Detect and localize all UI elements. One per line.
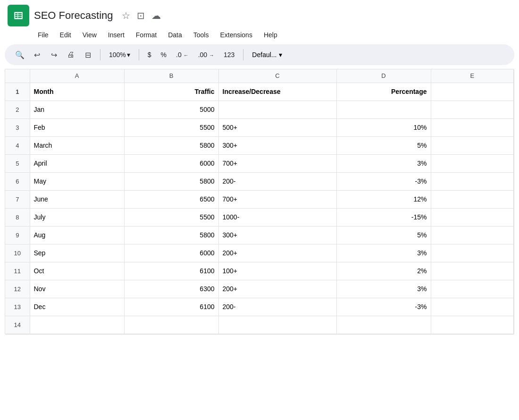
row-num-6[interactable]: 6 [5, 172, 30, 190]
cell-B11[interactable]: 6100 [124, 262, 218, 280]
cell-A13[interactable]: Dec [30, 298, 124, 316]
row-num-14[interactable]: 14 [5, 316, 30, 334]
cell-A4[interactable]: March [30, 136, 124, 154]
menu-help[interactable]: Help [259, 29, 282, 41]
menu-tools[interactable]: Tools [189, 29, 214, 41]
col-header-B[interactable]: B [124, 69, 218, 83]
cell-D9[interactable]: 5% [336, 226, 431, 244]
undo-button[interactable]: ↩ [29, 47, 44, 62]
cell-C10[interactable]: 200+ [218, 244, 336, 262]
col-header-C[interactable]: C [218, 69, 336, 83]
menu-file[interactable]: File [33, 29, 53, 41]
menu-format[interactable]: Format [131, 29, 161, 41]
cell-B9[interactable]: 5800 [124, 226, 218, 244]
cell-D13[interactable]: -3% [336, 298, 431, 316]
cell-A8[interactable]: July [30, 208, 124, 226]
decimal-increase-button[interactable]: .00 → [194, 49, 218, 60]
cell-E6[interactable] [431, 172, 514, 190]
cell-E3[interactable] [431, 118, 514, 136]
print-button[interactable]: 🖨 [63, 47, 78, 62]
cloud-icon[interactable]: ☁ [151, 10, 161, 21]
decimal-decrease-button[interactable]: .0 ← [172, 49, 193, 60]
cell-B1[interactable]: Traffic [124, 83, 218, 101]
cell-B2[interactable]: 5000 [124, 101, 218, 118]
cell-A2[interactable]: Jan [30, 101, 124, 118]
row-num-9[interactable]: 9 [5, 226, 30, 244]
menu-data[interactable]: Data [163, 29, 187, 41]
row-num-5[interactable]: 5 [5, 154, 30, 172]
cell-C6[interactable]: 200- [218, 172, 336, 190]
percent-button[interactable]: % [157, 49, 170, 60]
cell-C5[interactable]: 700+ [218, 154, 336, 172]
currency-button[interactable]: $ [144, 49, 155, 60]
cell-C11[interactable]: 100+ [218, 262, 336, 280]
cell-A10[interactable]: Sep [30, 244, 124, 262]
menu-insert[interactable]: Insert [103, 29, 129, 41]
cell-E9[interactable] [431, 226, 514, 244]
cell-E12[interactable] [431, 280, 514, 298]
cell-C13[interactable]: 200- [218, 298, 336, 316]
cell-A11[interactable]: Oct [30, 262, 124, 280]
cell-B7[interactable]: 6500 [124, 190, 218, 208]
cell-C7[interactable]: 700+ [218, 190, 336, 208]
cell-D10[interactable]: 3% [336, 244, 431, 262]
cell-E8[interactable] [431, 208, 514, 226]
redo-button[interactable]: ↪ [46, 47, 61, 62]
cell-A3[interactable]: Feb [30, 118, 124, 136]
cell-D1[interactable]: Percentage [336, 83, 431, 101]
cell-E11[interactable] [431, 262, 514, 280]
row-num-11[interactable]: 11 [5, 262, 30, 280]
search-button[interactable]: 🔍 [12, 47, 27, 62]
cell-B6[interactable]: 5800 [124, 172, 218, 190]
cell-D4[interactable]: 5% [336, 136, 431, 154]
cell-E14[interactable] [431, 316, 514, 334]
menu-view[interactable]: View [78, 29, 101, 41]
cell-C8[interactable]: 1000- [218, 208, 336, 226]
cell-E4[interactable] [431, 136, 514, 154]
cell-C3[interactable]: 500+ [218, 118, 336, 136]
cell-B3[interactable]: 5500 [124, 118, 218, 136]
cell-C2[interactable] [218, 101, 336, 118]
row-num-10[interactable]: 10 [5, 244, 30, 262]
cell-B13[interactable]: 6100 [124, 298, 218, 316]
cell-C4[interactable]: 300+ [218, 136, 336, 154]
row-num-8[interactable]: 8 [5, 208, 30, 226]
cell-C9[interactable]: 300+ [218, 226, 336, 244]
cell-D6[interactable]: -3% [336, 172, 431, 190]
row-num-7[interactable]: 7 [5, 190, 30, 208]
cell-D7[interactable]: 12% [336, 190, 431, 208]
cell-A12[interactable]: Nov [30, 280, 124, 298]
star-icon[interactable]: ☆ [122, 10, 130, 21]
row-num-2[interactable]: 2 [5, 101, 30, 118]
cell-A6[interactable]: May [30, 172, 124, 190]
zoom-selector[interactable]: 100% ▾ [105, 49, 134, 60]
cell-D5[interactable]: 3% [336, 154, 431, 172]
cell-D3[interactable]: 10% [336, 118, 431, 136]
menu-extensions[interactable]: Extensions [215, 29, 257, 41]
cell-E5[interactable] [431, 154, 514, 172]
cell-D14[interactable] [336, 316, 431, 334]
cell-E7[interactable] [431, 190, 514, 208]
cell-B8[interactable]: 5500 [124, 208, 218, 226]
cell-C1[interactable]: Increase/Decrease [218, 83, 336, 101]
col-header-E[interactable]: E [431, 69, 514, 83]
cell-E1[interactable] [431, 83, 514, 101]
col-header-A[interactable]: A [30, 69, 124, 83]
col-header-D[interactable]: D [336, 69, 431, 83]
paint-format-button[interactable]: ⊟ [80, 47, 95, 62]
cell-E2[interactable] [431, 101, 514, 118]
font-family-selector[interactable]: Defaul... ▾ [248, 49, 285, 60]
cell-A9[interactable]: Aug [30, 226, 124, 244]
cell-B4[interactable]: 5800 [124, 136, 218, 154]
cell-A7[interactable]: June [30, 190, 124, 208]
cell-D12[interactable]: 3% [336, 280, 431, 298]
cell-D2[interactable] [336, 101, 431, 118]
cell-D8[interactable]: -15% [336, 208, 431, 226]
cell-A14[interactable] [30, 316, 124, 334]
cell-C12[interactable]: 200+ [218, 280, 336, 298]
cell-B10[interactable]: 6000 [124, 244, 218, 262]
cell-A1[interactable]: Month [30, 83, 124, 101]
row-num-1[interactable]: 1 [5, 83, 30, 101]
cell-A5[interactable]: April [30, 154, 124, 172]
format-type-button[interactable]: 123 [220, 49, 238, 60]
